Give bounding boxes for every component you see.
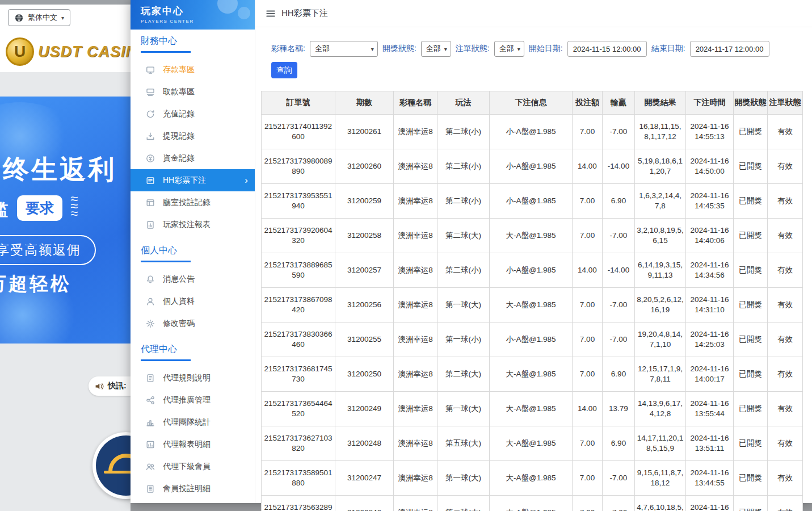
filter-select[interactable]: 全部▾ <box>310 41 378 57</box>
sidebar-item-profile[interactable]: 個人資料 <box>131 290 255 312</box>
sidebar-item-label: 代理團隊統計 <box>163 417 211 428</box>
play-type-cell: 第二球(大) <box>437 357 490 392</box>
sidebar: 玩家中心 PLAYERS CENTER 財務中心存款專區取款專區充值記錄提現記錄… <box>131 0 255 503</box>
search-row: 查詢 <box>255 57 812 78</box>
agent-promo-icon <box>146 396 155 405</box>
bet-time-cell: 2024-11-16 14:31:10 <box>686 288 734 322</box>
caret-down-icon: ▾ <box>444 46 447 52</box>
play-type-cell: 第一球(大) <box>437 461 490 496</box>
column-header-bet-time: 下注時間 <box>686 91 734 115</box>
play-type-cell: 第一球(大) <box>437 392 490 426</box>
table-row: 215217317362710382031200248澳洲幸运8第五球(大)大-… <box>262 426 803 461</box>
order-status-cell: 有效 <box>768 461 803 496</box>
sidebar-item-announcement[interactable]: 消息公告 <box>131 268 255 290</box>
period-cell: 31200250 <box>335 357 394 392</box>
column-header-draw-status: 開獎狀態 <box>734 91 768 115</box>
order-id-cell: 2152173173654464520 <box>262 392 335 426</box>
win-loss-cell: -7.00 <box>603 496 635 511</box>
sidebar-item-member-bets[interactable]: 會員投註明細 <box>131 478 255 500</box>
draw-status-cell: 已開獎 <box>734 184 768 219</box>
withdraw-icon <box>146 87 155 97</box>
order-status-cell: 有效 <box>768 219 803 253</box>
sidebar-section-title: 財務中心 <box>141 33 191 53</box>
filter-select[interactable]: 全部▾ <box>494 41 524 57</box>
banner-headline: 终生返利 <box>3 152 116 187</box>
bet-info-cell: 大-A盤@1.985 <box>490 426 573 461</box>
sidebar-item-password[interactable]: 修改密碼 <box>131 312 255 334</box>
table-row: 215217317392060432031200258澳洲幸运8第二球(大)大-… <box>262 219 803 253</box>
bet-time-cell: 2024-11-16 14:25:03 <box>686 322 734 357</box>
sidebar-item-room-bet-record[interactable]: 廳室投註記錄 <box>131 191 255 213</box>
bet-amount-cell: 7.00 <box>573 461 603 496</box>
search-button[interactable]: 查詢 <box>271 62 297 78</box>
language-selector[interactable]: 繁体中文 ▾ <box>8 9 70 26</box>
sidebar-item-agent-team-stats[interactable]: 代理團隊統計 <box>131 411 255 433</box>
table-row: 215217317368174573031200250澳洲幸运8第二球(大)大-… <box>262 357 803 392</box>
play-type-cell: 第一球(大) <box>437 288 490 322</box>
recharge-record-icon <box>146 110 155 119</box>
order-id-cell: 2152173174011392600 <box>262 115 335 149</box>
table-row: 215217317365446452031200249澳洲幸运8第一球(大)大-… <box>262 392 803 426</box>
column-header-bet-amount: 投注額 <box>573 91 603 115</box>
sidebar-item-lottery-bet[interactable]: HH彩票下注› <box>131 169 255 191</box>
column-header-draw-result: 開獎結果 <box>635 91 686 115</box>
draw-result-cell: 4,7,6,10,18,5,9,16 <box>635 496 686 511</box>
filter-bar: 彩種名稱:全部▾開獎狀態:全部▾注單狀態:全部▾開始日期:結束日期: <box>255 27 812 57</box>
sidebar-item-withdrawal-record[interactable]: 提現記錄 <box>131 125 255 147</box>
sidebar-header: 玩家中心 PLAYERS CENTER <box>131 0 255 30</box>
draw-status-cell: 已開獎 <box>734 288 768 322</box>
usdt-coin-icon: U <box>6 37 34 66</box>
order-id-cell: 2152173173867098420 <box>262 288 335 322</box>
bet-amount-cell: 14.00 <box>573 149 603 184</box>
caret-down-icon: ▾ <box>371 46 374 52</box>
draw-status-cell: 已開獎 <box>734 426 768 461</box>
sidebar-item-recharge-record[interactable]: 充值記錄 <box>131 103 255 125</box>
menu-icon[interactable] <box>266 9 276 19</box>
order-status-cell: 有效 <box>768 392 803 426</box>
draw-status-cell: 已開獎 <box>734 149 768 184</box>
sidebar-item-label: 代理下級會員 <box>163 462 211 472</box>
lottery-name-cell: 澳洲幸运8 <box>394 322 437 357</box>
sidebar-item-funds-record[interactable]: 資金記錄 <box>131 147 255 169</box>
deposit-icon <box>146 65 155 74</box>
win-loss-cell: 6.90 <box>603 426 635 461</box>
chevron-right-icon: › <box>245 175 248 185</box>
bet-time-cell: 2024-11-16 14:00:17 <box>686 357 734 392</box>
sidebar-item-label: 存款專區 <box>163 65 195 75</box>
sidebar-item-label: 代理推廣管理 <box>163 395 211 405</box>
order-status-cell: 有效 <box>768 184 803 219</box>
play-type-cell: 第一球(小) <box>437 322 490 357</box>
filter-date-input[interactable] <box>690 41 769 57</box>
bet-amount-cell: 7.00 <box>573 219 603 253</box>
sidebar-item-player-report[interactable]: 玩家投注報表 <box>131 213 255 236</box>
sidebar-item-agent-report[interactable]: 代理報表明細 <box>131 433 255 455</box>
lottery-name-cell: 澳洲幸运8 <box>394 253 437 288</box>
player-center-modal: 玩家中心 PLAYERS CENTER 財務中心存款專區取款專區充值記錄提現記錄… <box>131 0 812 503</box>
sidebar-item-withdraw[interactable]: 取款專區 <box>131 81 255 103</box>
lottery-name-cell: 澳洲幸运8 <box>394 288 437 322</box>
filter-label: 彩種名稱: <box>271 44 305 54</box>
play-type-cell: 第二球(小) <box>437 184 490 219</box>
bet-amount-cell: 7.00 <box>573 426 603 461</box>
play-type-cell: 第二球(小) <box>437 149 490 184</box>
draw-result-cell: 14,13,9,6,17,4,12,8 <box>635 392 686 426</box>
sidebar-item-agent-members[interactable]: 代理下級會員 <box>131 455 255 478</box>
globe-icon <box>14 13 24 23</box>
period-cell: 31200249 <box>335 392 394 426</box>
order-id-cell: 2152173173563289170 <box>262 496 335 511</box>
filter-date-input[interactable] <box>567 41 647 57</box>
draw-result-cell: 16,18,11,15,8,1,17,12 <box>635 115 686 149</box>
sidebar-item-deposit[interactable]: 存款專區 <box>131 58 255 81</box>
sidebar-item-agent-rules[interactable]: 代理規則說明 <box>131 367 255 389</box>
order-id-cell: 2152173173589501880 <box>262 461 335 496</box>
sidebar-section-title: 代理中心 <box>141 341 191 361</box>
bet-time-cell: 2024-11-16 13:51:11 <box>686 426 734 461</box>
bet-info-cell: 大-A盤@1.985 <box>490 496 573 511</box>
sidebar-item-agent-promo[interactable]: 代理推廣管理 <box>131 389 255 411</box>
table-row: 215217317395355194031200259澳洲幸运8第二球(小)小-… <box>262 184 803 219</box>
filter-select[interactable]: 全部▾ <box>421 41 451 57</box>
filter-label: 開獎狀態: <box>382 44 416 54</box>
table-row: 215217317388968559031200257澳洲幸运8第二球(小)小-… <box>262 253 803 288</box>
win-loss-cell: -7.00 <box>603 461 635 496</box>
sidebar-item-label: 廳室投註記錄 <box>163 198 211 208</box>
